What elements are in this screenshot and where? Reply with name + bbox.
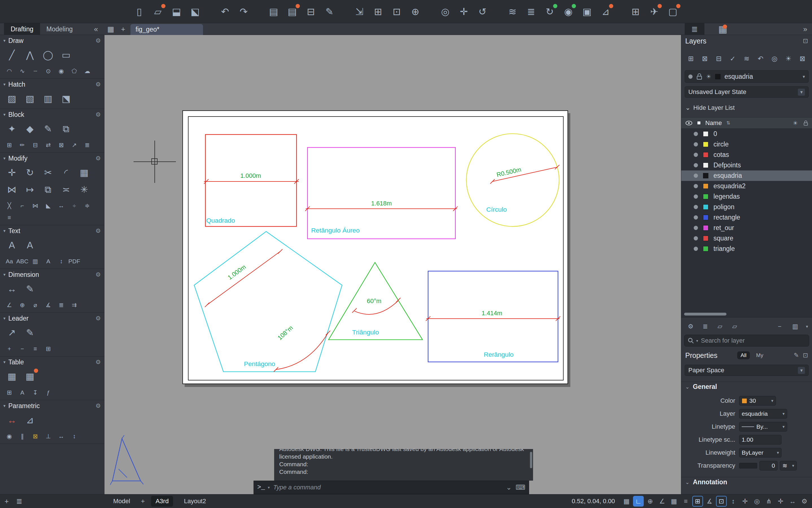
multileader-style-icon[interactable]: ✎ xyxy=(22,325,38,340)
new-layer-icon[interactable]: ⊞ xyxy=(685,53,696,65)
stretch-icon[interactable]: ↦ xyxy=(22,181,38,197)
divide-icon[interactable]: ÷ xyxy=(68,200,80,211)
properties-tab-all[interactable]: All xyxy=(737,351,750,359)
collapse-panel-button[interactable]: « xyxy=(90,23,102,35)
command-scrollbar[interactable] xyxy=(530,452,532,468)
lock-layer-icon[interactable]: ⊠ xyxy=(797,53,808,65)
polyline-icon[interactable]: ⋀ xyxy=(22,47,38,62)
text-style-icon[interactable]: Aa xyxy=(3,256,15,266)
export-pdf-icon[interactable]: PDF xyxy=(68,256,80,266)
perpendicular-constraint-icon[interactable]: ⊥ xyxy=(42,431,54,441)
continue-dimension-icon[interactable]: ⇉ xyxy=(68,299,80,310)
pentagon-side-dimension[interactable] xyxy=(205,249,282,307)
dock-panel-icon[interactable]: ⊡ xyxy=(803,352,808,359)
undo-icon[interactable]: ↶ xyxy=(217,4,233,19)
layer-row[interactable]: cotas xyxy=(681,150,812,160)
annotation-monitor-icon[interactable]: ▦ xyxy=(621,496,632,507)
annotative-text-icon[interactable]: A xyxy=(42,256,54,266)
transparency-input[interactable]: 0 xyxy=(760,461,778,470)
spline-icon[interactable]: ∿ xyxy=(16,66,28,76)
section-header-block[interactable]: ▾ Block ⚙ xyxy=(0,109,104,120)
share-drawing-icon[interactable]: ✈ xyxy=(646,4,662,19)
spell-check-icon[interactable]: ABC xyxy=(16,256,28,266)
add-view-icon[interactable]: + xyxy=(4,497,9,506)
layer-color-swatch[interactable] xyxy=(703,215,708,220)
pan-icon[interactable]: ✛ xyxy=(456,4,472,19)
table-export-icon[interactable]: ↧ xyxy=(29,387,41,398)
table-style-icon[interactable]: ▦ xyxy=(22,368,38,384)
layer-color-swatch[interactable] xyxy=(703,183,708,189)
layout-tab-a3rd[interactable]: A3rd xyxy=(151,496,173,507)
viewport-border[interactable] xyxy=(188,117,563,380)
layer-color-swatch[interactable] xyxy=(703,152,708,158)
layer-state-dropdown[interactable]: Unsaved Layer State ▾ xyxy=(685,86,809,98)
lock-constraint-icon[interactable]: ⊠ xyxy=(29,431,41,441)
selection-cycling-icon[interactable]: ◎ xyxy=(752,496,762,507)
remove-filter-button[interactable]: − xyxy=(775,322,784,332)
keyboard-icon[interactable]: ⌨ xyxy=(516,483,525,491)
layer-row[interactable]: rectangle xyxy=(681,212,812,223)
polygon-icon[interactable]: ⬠ xyxy=(68,66,80,76)
edit-attribute-icon[interactable]: ✏ xyxy=(16,139,28,150)
sort-icon[interactable]: ⇅ xyxy=(726,120,730,126)
lengthen-icon[interactable]: ↔ xyxy=(55,200,67,211)
page-setup-icon[interactable]: ✎ xyxy=(322,4,337,19)
new-filter-icon[interactable]: ▱ xyxy=(729,322,740,332)
section-gear-icon[interactable]: ⚙ xyxy=(95,271,101,278)
parallel-constraint-icon[interactable]: ∥ xyxy=(16,431,28,441)
angular-dimension-icon[interactable]: ∡ xyxy=(42,299,54,310)
layer-color-swatch[interactable] xyxy=(703,131,708,137)
section-header-table[interactable]: ▾ Table ⚙ xyxy=(0,356,104,368)
orbit-icon[interactable]: ↺ xyxy=(475,4,490,19)
section-header-modify[interactable]: ▾ Modify ⚙ xyxy=(0,153,104,164)
section-gear-icon[interactable]: ⚙ xyxy=(95,359,101,366)
section-header-leader[interactable]: ▾ Leader ⚙ xyxy=(0,313,104,324)
single-line-text-icon[interactable]: A xyxy=(22,237,38,253)
square-shape[interactable] xyxy=(205,135,296,227)
root2-rect-dimension[interactable] xyxy=(426,316,560,321)
layer-status-icon[interactable] xyxy=(694,163,698,167)
chamfer-icon[interactable]: ◣ xyxy=(42,200,54,211)
layer-row[interactable]: Defpoints xyxy=(681,160,812,170)
coincident-constraint-icon[interactable]: ◉ xyxy=(3,431,15,441)
layer-status-icon[interactable] xyxy=(694,142,698,146)
move-icon[interactable]: ✛ xyxy=(3,165,20,180)
join-icon[interactable]: ⋈ xyxy=(29,200,41,211)
mirror-icon[interactable]: ⋈ xyxy=(3,181,20,197)
linetype-dropdown[interactable]: By... ▾ xyxy=(739,422,787,431)
construction-line-icon[interactable]: ┄ xyxy=(29,66,41,76)
section-header-hatch[interactable]: ▾ Hatch ⚙ xyxy=(0,79,104,90)
command-input[interactable] xyxy=(273,483,503,491)
lock-column-icon[interactable] xyxy=(804,121,808,126)
annotation-visibility-icon[interactable]: ✛ xyxy=(775,496,786,507)
block-save-icon[interactable]: ↗ xyxy=(68,139,80,150)
attach-reference-icon[interactable]: ⊞ xyxy=(370,4,386,19)
layer-row[interactable]: circle xyxy=(681,139,812,150)
create-block-icon[interactable]: ◆ xyxy=(22,121,38,137)
table-cell-icon[interactable]: ⊞ xyxy=(3,387,15,398)
layer-color-swatch[interactable] xyxy=(703,225,708,230)
color-dropdown[interactable]: 30 ▾ xyxy=(739,396,776,406)
section-gear-icon[interactable]: ⚙ xyxy=(95,227,101,234)
point-icon[interactable]: ⊙ xyxy=(42,66,54,76)
dock-panel-icon[interactable]: ⊡ xyxy=(803,37,808,45)
sync-attributes-icon[interactable]: ⇄ xyxy=(42,139,54,150)
diameter-dimension-icon[interactable]: ⌀ xyxy=(29,299,41,310)
insert-block-icon[interactable]: ⇲ xyxy=(352,4,367,19)
delete-layer-icon[interactable]: ⊟ xyxy=(713,53,725,65)
current-layer-selector[interactable]: ☀ esquadria ▾ xyxy=(685,70,809,83)
section-gear-icon[interactable]: ⚙ xyxy=(95,111,101,118)
layer-row[interactable]: legendas xyxy=(681,192,812,202)
layer-states-icon[interactable]: ≣ xyxy=(523,4,539,19)
line-icon[interactable]: ╱ xyxy=(3,47,20,62)
explode-icon[interactable]: ✳ xyxy=(76,181,93,197)
dimension-style-icon[interactable]: ✎ xyxy=(22,281,38,297)
golden-rect-dimension[interactable] xyxy=(305,207,458,211)
zoom-window-icon[interactable]: ◎ xyxy=(437,4,453,19)
layer-color-swatch[interactable] xyxy=(703,163,708,168)
lineweight-display-icon[interactable]: ↕ xyxy=(728,496,739,507)
section-gear-icon[interactable]: ⚙ xyxy=(95,37,101,44)
vertical-constraint-icon[interactable]: ↕ xyxy=(68,431,80,441)
view-tiles-icon[interactable]: ▦ xyxy=(105,23,117,35)
layer-search-box[interactable]: ▾ xyxy=(684,335,809,347)
